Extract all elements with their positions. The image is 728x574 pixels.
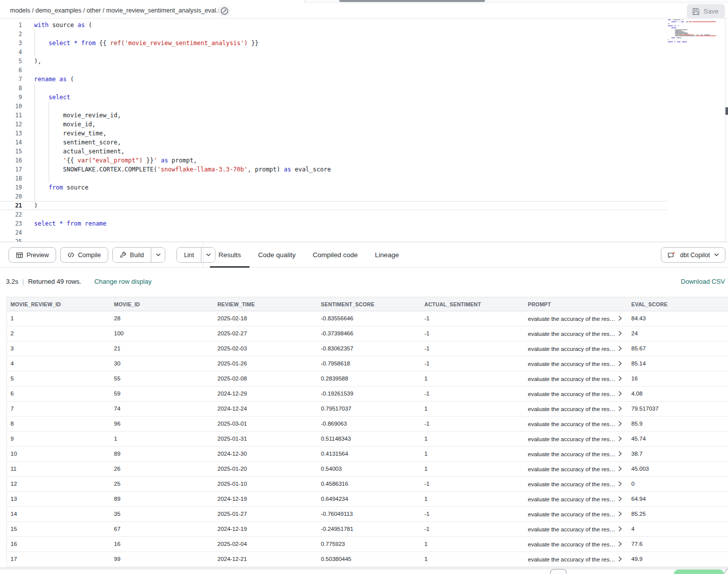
- table-cell: 7: [7, 402, 111, 416]
- tab-results[interactable]: Results: [210, 242, 250, 268]
- bottom-right-button[interactable]: [724, 569, 728, 574]
- line-number: 9: [0, 93, 22, 102]
- tab-code-quality[interactable]: Code quality: [250, 242, 304, 268]
- tab-compiled-code[interactable]: Compiled code: [304, 242, 366, 268]
- table-cell: -1: [421, 417, 525, 431]
- bottom-partial-button[interactable]: [550, 569, 567, 574]
- prompt-cell-expand[interactable]: evaluate the accuracy of the res…: [525, 326, 628, 341]
- line-number: 17: [0, 165, 22, 174]
- line-number: 24: [0, 228, 22, 237]
- table-icon: [16, 252, 23, 259]
- line-number: 7: [0, 75, 22, 84]
- code-line: 25: [0, 237, 715, 242]
- line-number: 11: [0, 111, 22, 120]
- results-status-bar: 3.2s | Returned 49 rows. Change row disp…: [0, 268, 728, 297]
- prompt-cell-expand[interactable]: evaluate the accuracy of the res…: [525, 371, 628, 386]
- prompt-cell-expand[interactable]: evaluate the accuracy of the res…: [525, 552, 628, 566]
- table-row: 8962025-03-01-0.869063-1evaluate the acc…: [7, 417, 728, 432]
- table-row: 17992024-12-210.503804451evaluate the ac…: [7, 552, 728, 567]
- prompt-cell-expand[interactable]: evaluate the accuracy of the res…: [525, 462, 628, 476]
- table-cell: -0.19261539: [318, 387, 421, 401]
- tab-lineage[interactable]: Lineage: [366, 242, 407, 268]
- column-header-review_time: REVIEW_TIME: [214, 297, 318, 311]
- column-header-prompt: PROMPT: [525, 297, 628, 311]
- table-cell: 25: [111, 477, 214, 491]
- prompt-cell-expand[interactable]: evaluate the accuracy of the res…: [525, 492, 628, 506]
- table-cell: 28: [111, 311, 214, 326]
- download-csv-link[interactable]: Download CSV: [681, 278, 725, 285]
- prompt-cell-expand[interactable]: evaluate the accuracy of the res…: [525, 387, 628, 401]
- table-cell: 99: [111, 552, 214, 566]
- chevron-down-icon: [156, 253, 161, 257]
- prompt-cell-expand[interactable]: evaluate the accuracy of the res…: [525, 447, 628, 461]
- line-number: 12: [0, 120, 22, 129]
- prompt-cell-expand[interactable]: evaluate the accuracy of the res…: [525, 311, 628, 326]
- prompt-cell-expand[interactable]: evaluate the accuracy of the res…: [525, 507, 628, 521]
- prompt-cell-expand[interactable]: evaluate the accuracy of the res…: [525, 402, 628, 416]
- line-number: 22: [0, 210, 22, 219]
- line-number: 2: [0, 30, 22, 39]
- minimap[interactable]: [668, 20, 716, 49]
- table-row: 1282025-02-18-0.83556646-1evaluate the a…: [7, 311, 728, 326]
- table-cell: 74: [111, 402, 214, 416]
- results-tabs: ResultsCode qualityCompiled codeLineage: [210, 242, 407, 268]
- table-cell: 0.50380445: [318, 552, 421, 566]
- table-cell: 84.43: [628, 311, 728, 326]
- line-number: 5: [0, 57, 22, 66]
- editor-scrollbar-thumb[interactable]: [725, 107, 728, 115]
- table-cell: -0.24951781: [318, 522, 421, 536]
- prompt-cell-expand[interactable]: evaluate the accuracy of the res…: [525, 537, 628, 551]
- table-cell: 30: [111, 356, 214, 371]
- table-cell: 14: [7, 507, 111, 521]
- line-number: 21: [0, 201, 22, 210]
- copilot-chat-icon: [667, 251, 676, 259]
- table-row: 912025-01-310.511483431evaluate the accu…: [7, 432, 728, 447]
- table-cell: 1: [421, 402, 525, 416]
- prompt-cell-expand[interactable]: evaluate the accuracy of the res…: [525, 522, 628, 536]
- results-table: MOVIE_REVIEW_IDMOVIE_IDREVIEW_TIMESENTIM…: [7, 297, 728, 567]
- table-row: 10892024-12-300.41315641evaluate the acc…: [7, 447, 728, 462]
- table-cell: -0.37398466: [318, 326, 421, 341]
- dbt-copilot-button[interactable]: dbt Copilot: [661, 247, 725, 263]
- table-cell: 2025-01-31: [214, 432, 318, 446]
- breadcrumb-bar: models / demo_examples / other / movie_r…: [0, 3, 728, 19]
- compile-button[interactable]: Compile: [60, 247, 108, 263]
- table-cell: -0.83062357: [318, 341, 421, 356]
- preview-button[interactable]: Preview: [9, 247, 56, 263]
- prompt-cell-expand[interactable]: evaluate the accuracy of the res…: [525, 432, 628, 446]
- build-dropdown-chevron[interactable]: [151, 248, 165, 262]
- code-line: 9 select: [0, 93, 715, 102]
- table-cell: 85.9: [628, 417, 728, 431]
- build-button[interactable]: Build: [113, 248, 151, 262]
- code-line: 21): [0, 201, 715, 210]
- sql-code-editor[interactable]: 1with source as (23 select * from {{ ref…: [0, 19, 728, 242]
- code-line: 22: [0, 210, 715, 219]
- toolbar-divider: [203, 242, 203, 268]
- table-cell: 2025-02-03: [214, 341, 318, 356]
- prompt-cell-expand[interactable]: evaluate the accuracy of the res…: [525, 356, 628, 371]
- table-cell: 2024-12-29: [214, 387, 318, 401]
- table-cell: -1: [421, 477, 525, 491]
- table-body: 1282025-02-18-0.83556646-1evaluate the a…: [7, 311, 728, 567]
- table-cell: 35: [111, 507, 214, 521]
- line-number: 18: [0, 174, 22, 183]
- table-cell: 1: [421, 432, 525, 446]
- prompt-cell-expand[interactable]: evaluate the accuracy of the res…: [525, 417, 628, 431]
- table-cell: 85.67: [628, 341, 728, 356]
- prompt-cell-expand[interactable]: evaluate the accuracy of the res…: [525, 477, 628, 491]
- prompt-cell-expand[interactable]: evaluate the accuracy of the res…: [525, 341, 628, 356]
- code-line: 18: [0, 174, 715, 183]
- code-line: 7rename as (: [0, 75, 715, 84]
- table-cell: 55: [111, 371, 214, 386]
- change-row-display-link[interactable]: Change row display: [94, 278, 151, 285]
- save-button[interactable]: Save: [687, 4, 725, 19]
- table-cell: 2024-12-21: [214, 552, 318, 566]
- line-number: 4: [0, 48, 22, 57]
- line-number: 1: [0, 21, 22, 30]
- bottom-green-button[interactable]: [674, 569, 724, 574]
- table-cell: 11: [7, 462, 111, 476]
- lint-button[interactable]: Lint: [177, 248, 201, 262]
- table-cell: 13: [7, 492, 111, 506]
- table-cell: 38.7: [628, 447, 728, 461]
- table-cell: -1: [421, 356, 525, 371]
